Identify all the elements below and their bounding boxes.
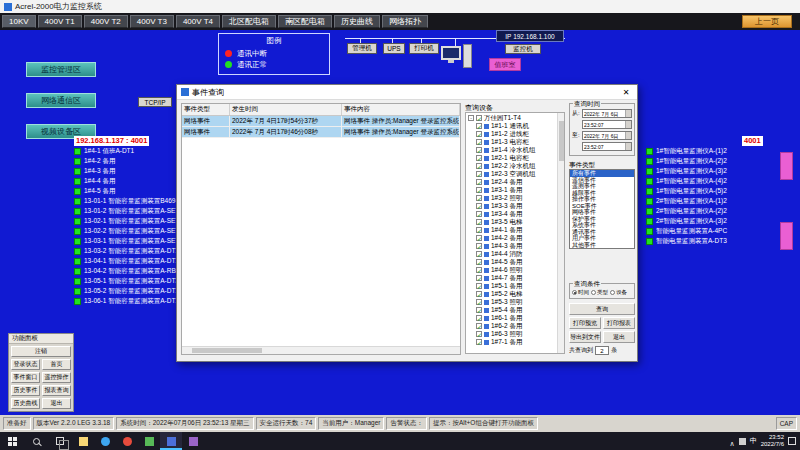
nav-tab[interactable]: 400V T3	[130, 15, 174, 28]
checkbox-icon[interactable]	[476, 323, 482, 329]
from-date-input[interactable]: 2022年 7月 6日	[582, 109, 632, 118]
expander-icon[interactable]	[468, 115, 474, 121]
vertical-scrollbar[interactable]	[557, 113, 564, 353]
nav-tab[interactable]: 400V T4	[176, 15, 220, 28]
dialog-titlebar[interactable]: 事件查询	[177, 85, 637, 100]
print-report-button[interactable]: 打印报表	[603, 317, 635, 329]
tree-item[interactable]: 1#6-3 照明	[476, 330, 556, 338]
query-button[interactable]: 查询	[569, 303, 635, 315]
print-preview-button[interactable]: 打印预览	[569, 317, 601, 329]
device-status-row[interactable]: 智能电量监测装置A-4PC	[646, 228, 727, 235]
column-header[interactable]: 事件类型	[182, 104, 230, 115]
checkbox-icon[interactable]	[476, 155, 482, 161]
condition-option[interactable]: 时间	[572, 289, 589, 296]
function-button[interactable]: 事件窗口	[11, 372, 40, 383]
table-row[interactable]: 网络事件 2022年 7月 4日17时54分37秒 网络事件 操作员:Manag…	[182, 116, 460, 127]
device-status-row[interactable]: 2#智能电量监测仪A-(1)2	[646, 198, 727, 205]
device-status-row[interactable]: 2#智能电量监测仪A-(2)2	[646, 208, 727, 215]
checkbox-icon[interactable]	[476, 283, 482, 289]
taskbar-app-file-explorer[interactable]	[72, 432, 94, 450]
function-button[interactable]: 报表查询	[42, 385, 71, 396]
chevron-up-icon[interactable]	[730, 432, 735, 450]
taskbar-app-scada[interactable]	[160, 432, 182, 450]
tree-item[interactable]: 1#1-4 冷水机组	[476, 146, 556, 154]
checkbox-icon[interactable]	[476, 139, 482, 145]
tree-item[interactable]: 1#4-2 备用	[476, 234, 556, 242]
tree-item[interactable]: 1#4-1 备用	[476, 226, 556, 234]
tree-item[interactable]: 1#4-3 备用	[476, 242, 556, 250]
tree-item[interactable]: 1#2-3 空调机组	[476, 170, 556, 178]
checkbox-icon[interactable]	[476, 179, 482, 185]
search-button[interactable]	[24, 432, 48, 450]
tree-item[interactable]: 1#3-2 照明	[476, 194, 556, 202]
to-time-input[interactable]: 23:52:07	[582, 142, 632, 151]
device-status-row[interactable]: 1#智能电量监测仪A-(4)2	[646, 178, 727, 185]
taskbar-app-excel[interactable]	[138, 432, 160, 450]
from-time-input[interactable]: 23:52:07	[582, 120, 632, 129]
zone-button[interactable]: 网络通信区	[26, 93, 96, 108]
zone-button[interactable]: 监控管理区	[26, 62, 96, 77]
scrollbar-thumb[interactable]	[559, 121, 564, 161]
function-button[interactable]: 首页	[42, 359, 71, 370]
condition-option[interactable]: 类型	[591, 289, 608, 296]
nav-tab[interactable]: 400V T2	[84, 15, 128, 28]
checkbox-icon[interactable]	[476, 195, 482, 201]
tree-item[interactable]: 1#4-6 照明	[476, 266, 556, 274]
scrollbar-thumb[interactable]	[192, 348, 262, 353]
checkbox-icon[interactable]	[476, 259, 482, 265]
checkbox-icon[interactable]	[476, 163, 482, 169]
close-icon[interactable]	[615, 85, 637, 100]
to-date-input[interactable]: 2022年 7月 6日	[582, 131, 632, 140]
tree-item[interactable]: 1#1-2 进线柜	[476, 130, 556, 138]
tree-item[interactable]: 1#3-4 备用	[476, 210, 556, 218]
radio-icon[interactable]	[591, 290, 596, 295]
function-button[interactable]: 历史曲线	[11, 398, 40, 409]
checkbox-icon[interactable]	[476, 267, 482, 273]
language-indicator[interactable]: 中	[750, 436, 757, 446]
nav-tab[interactable]: 北区配电箱	[222, 15, 276, 28]
checkbox-icon[interactable]	[476, 315, 482, 321]
device-status-row[interactable]: 1#智能电量监测仪A-(1)2	[646, 148, 727, 155]
taskbar-app-misc[interactable]	[182, 432, 204, 450]
tree-item[interactable]: 1#6-2 备用	[476, 322, 556, 330]
device-status-row[interactable]: 2#智能电量监测仪A-(3)2	[646, 218, 727, 225]
checkbox-icon[interactable]	[476, 339, 482, 345]
checkbox-icon[interactable]	[476, 147, 482, 153]
tree-item[interactable]: 1#5-3 照明	[476, 298, 556, 306]
checkbox-icon[interactable]	[476, 211, 482, 217]
checkbox-icon[interactable]	[476, 227, 482, 233]
checkbox-icon[interactable]	[476, 123, 482, 129]
checkbox-icon[interactable]	[476, 307, 482, 313]
nav-tab[interactable]: 网络拓扑	[382, 15, 428, 28]
nav-tab[interactable]: 10KV	[2, 15, 36, 28]
exit-button[interactable]: 退出	[603, 331, 635, 343]
notification-icon[interactable]	[788, 437, 796, 445]
device-status-row[interactable]: 1#智能电量监测仪A-(2)2	[646, 158, 727, 165]
checkbox-icon[interactable]	[476, 243, 482, 249]
checkbox-icon[interactable]	[476, 131, 482, 137]
tree-root[interactable]: 万佳园T1-T4	[468, 114, 556, 122]
result-count-field[interactable]: 2	[595, 346, 609, 355]
duty-room-button[interactable]: 值班室	[489, 58, 521, 71]
tree-item[interactable]: 1#3-5 电梯	[476, 218, 556, 226]
checkbox-icon[interactable]	[476, 115, 482, 121]
taskbar-clock[interactable]: 23:52 2022/7/6	[761, 434, 784, 448]
table-row[interactable]: 网络事件 2022年 7月 4日17时46分08秒 网络事件 操作员:Manag…	[182, 127, 460, 138]
tree-item[interactable]: 1#4-5 备用	[476, 258, 556, 266]
tree-item[interactable]: 1#4-4 消防	[476, 250, 556, 258]
checkbox-icon[interactable]	[476, 275, 482, 281]
function-button[interactable]: 遥控操作	[42, 372, 71, 383]
taskbar-app-chrome[interactable]	[116, 432, 138, 450]
nav-tab[interactable]: 400V T1	[38, 15, 82, 28]
tree-item[interactable]: 1#4-7 备用	[476, 274, 556, 282]
start-button[interactable]	[0, 432, 24, 450]
checkbox-icon[interactable]	[476, 187, 482, 193]
radio-icon[interactable]	[610, 290, 615, 295]
tree-item[interactable]: 1#7-1 备用	[476, 338, 556, 346]
tree-item[interactable]: 1#1-1 通讯机	[476, 122, 556, 130]
tree-item[interactable]: 1#2-2 冷水机组	[476, 162, 556, 170]
tree-item[interactable]: 1#2-4 备用	[476, 178, 556, 186]
checkbox-icon[interactable]	[476, 251, 482, 257]
tree-item[interactable]: 1#3-3 备用	[476, 202, 556, 210]
function-button[interactable]: 注销	[11, 346, 71, 357]
